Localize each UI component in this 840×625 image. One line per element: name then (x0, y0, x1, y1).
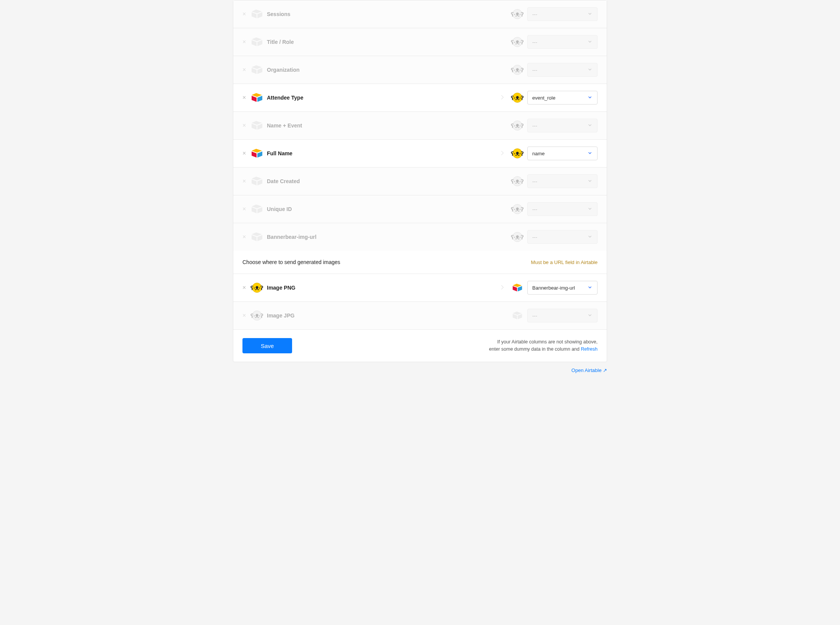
clear-mapping-icon[interactable]: × (242, 284, 249, 291)
field-label: Date Created (267, 178, 494, 184)
clear-mapping-icon: × (242, 234, 249, 240)
chevron-down-icon (587, 11, 593, 18)
bannerbear-dest-icon: ʕ·ᴥ·ʔ (512, 37, 523, 47)
airtable-icon (251, 64, 263, 76)
field-label: Attendee Type (267, 95, 494, 101)
chevron-down-icon (587, 95, 593, 101)
bannerbear-icon: ʕ·ᴥ·ʔ (512, 9, 522, 19)
airtable-dest-icon (512, 310, 523, 321)
airtable-dest-icon (512, 282, 523, 293)
arrow-right-icon (494, 149, 510, 158)
select-value: --- (532, 234, 537, 240)
mapping-row: × Attendee Type ʕ·ᴥ·ʔ event_role (233, 84, 607, 112)
bannerbear-icon: ʕ·ᴥ·ʔ (512, 176, 522, 186)
bannerbear-dest-icon: ʕ·ᴥ·ʔ (512, 204, 523, 214)
chevron-down-icon (587, 178, 593, 185)
clear-mapping-icon: × (242, 66, 249, 73)
airtable-icon (251, 175, 263, 187)
clear-mapping-icon: × (242, 39, 249, 45)
helper-text: If your Airtable columns are not showing… (489, 338, 598, 353)
clear-mapping-icon[interactable]: × (242, 94, 249, 101)
clear-mapping-icon[interactable]: × (242, 150, 249, 157)
bannerbear-dest-icon: ʕ·ᴥ·ʔ (512, 92, 523, 103)
bannerbear-icon: ʕ·ᴥ·ʔ (512, 93, 522, 103)
select-value: Bannerbear-img-url (532, 285, 575, 291)
mapping-select[interactable]: --- (527, 63, 598, 77)
bannerbear-source-icon: ʕ·ᴥ·ʔ (251, 282, 263, 294)
bannerbear-dest-icon: ʕ·ᴥ·ʔ (512, 120, 523, 131)
mapping-row: × Full Name ʕ·ᴥ·ʔ name (233, 140, 607, 168)
section-hint: Must be a URL field in Airtable (531, 259, 598, 265)
airtable-icon (251, 8, 263, 20)
select-value: --- (532, 123, 537, 129)
mapping-select[interactable]: name (527, 147, 598, 160)
chevron-down-icon (587, 122, 593, 129)
footer: Save If your Airtable columns are not sh… (233, 329, 607, 362)
mapping-row: × Bannerbear-img-url ʕ·ᴥ·ʔ --- (233, 223, 607, 251)
airtable-icon (251, 147, 263, 159)
destination-row: × ʕ·ᴥ·ʔ Image JPG --- (233, 302, 607, 329)
mapping-select[interactable]: event_role (527, 91, 598, 105)
field-label: Organization (267, 67, 494, 73)
field-label: Unique ID (267, 206, 494, 212)
select-value: name (532, 151, 545, 156)
airtable-icon (251, 36, 263, 48)
arrow-right-icon (494, 283, 510, 293)
bannerbear-icon: ʕ·ᴥ·ʔ (512, 65, 522, 75)
destination-select[interactable]: Bannerbear-img-url (527, 281, 598, 295)
mapping-select[interactable]: --- (527, 174, 598, 188)
select-value: --- (532, 67, 537, 73)
select-value: --- (532, 313, 537, 319)
chevron-down-icon (587, 285, 593, 291)
clear-mapping-icon: × (242, 178, 249, 185)
bannerbear-dest-icon: ʕ·ᴥ·ʔ (512, 176, 523, 187)
mapping-select[interactable]: --- (527, 35, 598, 49)
mapping-row: × Unique ID ʕ·ᴥ·ʔ --- (233, 195, 607, 223)
chevron-down-icon (587, 234, 593, 240)
clear-mapping-icon: × (242, 312, 249, 319)
save-button[interactable]: Save (242, 338, 292, 353)
mapping-select[interactable]: --- (527, 230, 598, 244)
select-value: --- (532, 11, 537, 17)
airtable-icon (251, 231, 263, 243)
mapping-row: × Name + Event ʕ·ᴥ·ʔ --- (233, 112, 607, 140)
mapping-row: × Organization ʕ·ᴥ·ʔ --- (233, 56, 607, 84)
refresh-link[interactable]: Refresh (581, 346, 598, 352)
mapping-row: × Sessions ʕ·ᴥ·ʔ --- (233, 0, 607, 28)
select-value: --- (532, 39, 537, 45)
mapping-select[interactable]: --- (527, 7, 598, 21)
mapping-select[interactable]: --- (527, 119, 598, 132)
bannerbear-icon: ʕ·ᴥ·ʔ (512, 121, 522, 130)
airtable-icon (251, 119, 263, 132)
destination-select[interactable]: --- (527, 309, 598, 322)
field-label: Name + Event (267, 122, 494, 129)
bannerbear-icon: ʕ·ᴥ·ʔ (252, 283, 262, 293)
chevron-down-icon (587, 67, 593, 73)
bannerbear-icon: ʕ·ᴥ·ʔ (512, 148, 522, 158)
mapping-row: × Title / Role ʕ·ᴥ·ʔ --- (233, 28, 607, 56)
bannerbear-dest-icon: ʕ·ᴥ·ʔ (512, 64, 523, 75)
mapping-card: × Sessions ʕ·ᴥ·ʔ --- × Title / Role ʕ·ᴥ·… (233, 0, 607, 362)
open-airtable-link[interactable]: Open Airtable ↗ (572, 367, 607, 373)
field-label: Title / Role (267, 39, 494, 45)
clear-mapping-icon: × (242, 122, 249, 129)
field-label: Full Name (267, 150, 494, 156)
clear-mapping-icon: × (242, 206, 249, 213)
bannerbear-icon: ʕ·ᴥ·ʔ (512, 232, 522, 242)
airtable-icon (251, 92, 263, 104)
bannerbear-dest-icon: ʕ·ᴥ·ʔ (512, 9, 523, 19)
chevron-down-icon (587, 312, 593, 319)
field-label: Sessions (267, 11, 494, 17)
section-title: Choose where to send generated images (242, 259, 340, 265)
mapping-select[interactable]: --- (527, 202, 598, 216)
destination-row: × ʕ·ᴥ·ʔ Image PNG Bannerbear-img-url (233, 274, 607, 302)
mapping-row: × Date Created ʕ·ᴥ·ʔ --- (233, 168, 607, 195)
clear-mapping-icon: × (242, 11, 249, 18)
select-value: event_role (532, 95, 556, 101)
bannerbear-icon: ʕ·ᴥ·ʔ (512, 204, 522, 214)
chevron-down-icon (587, 150, 593, 157)
field-label: Image PNG (267, 285, 494, 291)
airtable-icon (251, 203, 263, 215)
bannerbear-icon: ʕ·ᴥ·ʔ (512, 37, 522, 47)
bannerbear-icon: ʕ·ᴥ·ʔ (252, 311, 262, 321)
